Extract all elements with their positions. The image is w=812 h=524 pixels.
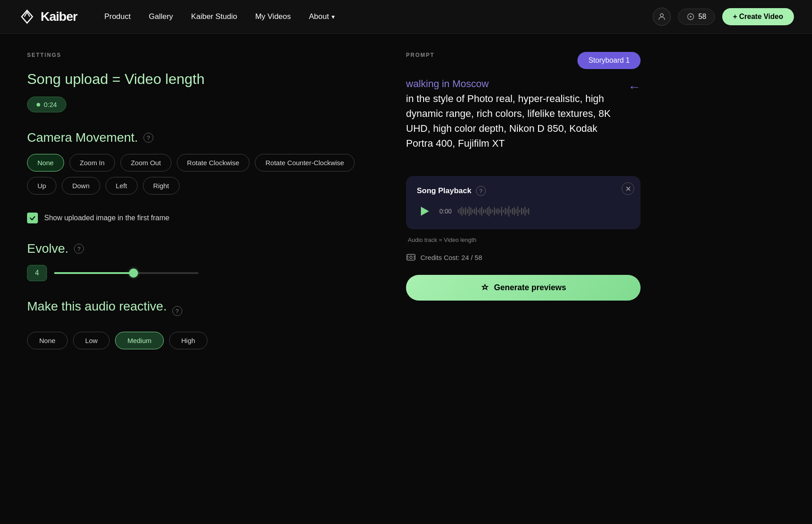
- logo[interactable]: Kaiber: [18, 8, 77, 26]
- nav-right: 58 + Create Video: [653, 8, 794, 26]
- svg-rect-2: [407, 255, 415, 260]
- camera-btn-up[interactable]: Up: [27, 177, 56, 195]
- left-panel: SETTINGS Song upload = Video length 0:24…: [27, 52, 379, 506]
- song-playback-help-icon[interactable]: ?: [476, 186, 486, 196]
- waveform-bar: [478, 210, 479, 213]
- waveform-bar: [467, 209, 468, 213]
- waveform-bar: [514, 207, 515, 215]
- waveform-bar: [517, 206, 518, 216]
- navbar: Kaiber Product Gallery Kaiber Studio My …: [0, 0, 812, 34]
- camera-help-icon[interactable]: ?: [143, 133, 153, 143]
- credits-count: 58: [698, 13, 706, 21]
- logo-icon: [18, 8, 36, 26]
- credits-icon: [687, 13, 695, 21]
- camera-btn-rotate-ccw[interactable]: Rotate Counter-Clockwise: [255, 154, 354, 172]
- waveform-display: [458, 204, 630, 218]
- nav-my-videos[interactable]: My Videos: [255, 12, 291, 21]
- audio-help-icon[interactable]: ?: [172, 306, 182, 316]
- waveform-bar: [487, 208, 488, 215]
- audio-track-note: Audio track = Video length: [406, 236, 641, 243]
- player-row: 0:00: [417, 203, 630, 219]
- settings-label: SETTINGS: [27, 52, 379, 58]
- waveform-bar: [489, 206, 489, 216]
- first-frame-checkbox[interactable]: [27, 213, 38, 223]
- waveform-bar: [501, 207, 502, 216]
- camera-buttons-group: None Zoom In Zoom Out Rotate Clockwise R…: [27, 154, 379, 195]
- camera-btn-right[interactable]: Right: [143, 177, 180, 195]
- waveform-bar: [494, 207, 495, 215]
- waveform-bar: [461, 207, 462, 216]
- checkbox-row: Show uploaded image in the first frame: [27, 213, 379, 223]
- waveform-bar: [503, 210, 504, 213]
- avatar-button[interactable]: [653, 8, 671, 26]
- logo-text: Kaiber: [41, 9, 77, 24]
- audio-btn-medium[interactable]: Medium: [115, 332, 163, 349]
- main-content: SETTINGS Song upload = Video length 0:24…: [0, 34, 812, 524]
- evolve-slider-fill: [54, 272, 134, 274]
- waveform-bar: [528, 208, 529, 214]
- waveform-bar: [505, 208, 506, 215]
- play-triangle-icon: [421, 207, 429, 216]
- credits-cost-icon: [406, 252, 416, 262]
- camera-movement-header: Camera Movement. ?: [27, 130, 379, 145]
- waveform-bar: [485, 209, 486, 213]
- waveform-bar: [525, 207, 526, 216]
- nav-about[interactable]: About: [309, 12, 335, 21]
- nav-kaiber-studio[interactable]: Kaiber Studio: [191, 12, 237, 21]
- waveform-bar: [516, 209, 517, 213]
- audio-btn-low[interactable]: Low: [73, 332, 110, 349]
- song-playback-close-button[interactable]: ✕: [622, 182, 634, 195]
- waveform-bar: [483, 209, 484, 213]
- waveform-bar: [526, 209, 527, 213]
- waveform-bar: [490, 209, 491, 214]
- song-upload-title: Song upload = Video length: [27, 71, 379, 88]
- prompt-text: walking in Moscow in the style of Photo …: [406, 76, 621, 151]
- credits-badge[interactable]: 58: [678, 9, 715, 25]
- waveform-bar: [519, 210, 520, 213]
- camera-btn-left[interactable]: Left: [106, 177, 138, 195]
- waveform-bar: [465, 207, 466, 215]
- camera-btn-down[interactable]: Down: [62, 177, 100, 195]
- generate-icon: [480, 283, 489, 292]
- storyboard-tab[interactable]: Storyboard 1: [577, 52, 641, 69]
- waveform-bar: [458, 209, 459, 213]
- audio-reactive-section: Make this audio reactive. ? None Low Med…: [27, 299, 379, 349]
- nav-links: Product Gallery Kaiber Studio My Videos …: [104, 12, 653, 21]
- generate-previews-button[interactable]: Generate previews: [406, 275, 641, 301]
- camera-btn-rotate-cw[interactable]: Rotate Clockwise: [177, 154, 250, 172]
- camera-btn-zoom-in[interactable]: Zoom In: [69, 154, 115, 172]
- waveform-bar: [476, 207, 477, 215]
- create-video-button[interactable]: + Create Video: [722, 8, 794, 25]
- nav-gallery[interactable]: Gallery: [149, 12, 173, 21]
- evolve-header: Evolve. ?: [27, 241, 379, 256]
- evolve-slider-track[interactable]: [54, 272, 198, 274]
- back-arrow-icon[interactable]: ←: [628, 80, 641, 163]
- evolve-section: Evolve. ? 4: [27, 241, 379, 281]
- evolve-help-icon[interactable]: ?: [74, 244, 84, 254]
- waveform-bar: [460, 208, 461, 214]
- waveform-bar: [521, 208, 522, 215]
- waveform-bar: [507, 209, 508, 214]
- audio-btn-high[interactable]: High: [169, 332, 208, 349]
- evolve-slider-thumb[interactable]: [129, 269, 138, 278]
- duration-value: 0:24: [44, 101, 57, 108]
- duration-badge: 0:24: [27, 97, 66, 112]
- audio-btn-none[interactable]: None: [27, 332, 68, 349]
- first-frame-label: Show uploaded image in the first frame: [44, 214, 169, 222]
- play-button[interactable]: [417, 203, 433, 219]
- waveform-bar: [510, 209, 511, 213]
- song-playback-title: Song Playback: [417, 186, 471, 195]
- nav-product[interactable]: Product: [104, 12, 131, 21]
- camera-btn-none[interactable]: None: [27, 154, 64, 172]
- waveform-bar: [480, 208, 480, 214]
- audio-reactive-header: Make this audio reactive. ?: [27, 299, 379, 323]
- right-panel: PROMPT Storyboard 1 walking in Moscow in…: [406, 52, 641, 506]
- song-playback-header: Song Playback ?: [417, 186, 630, 196]
- song-playback-card: Song Playback ? 0:00: [406, 176, 641, 229]
- duration-dot: [37, 103, 40, 107]
- waveform-bar: [523, 209, 524, 214]
- evolve-value: 4: [27, 265, 47, 281]
- audio-reactive-title: Make this audio reactive.: [27, 299, 167, 314]
- time-display: 0:00: [439, 208, 452, 215]
- camera-btn-zoom-out[interactable]: Zoom Out: [120, 154, 171, 172]
